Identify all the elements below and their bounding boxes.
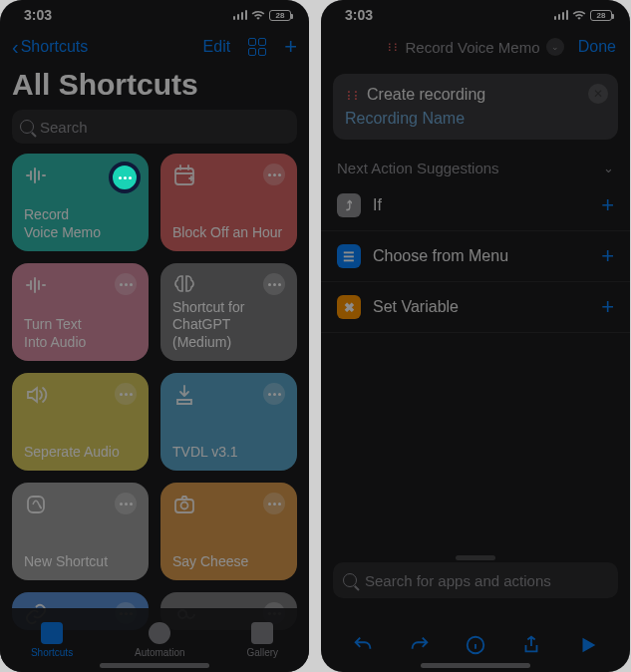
tab-shortcuts[interactable]: Shortcuts [31,622,73,658]
home-indicator[interactable] [100,663,209,668]
tab-label: Gallery [246,647,278,658]
tab-label: Shortcuts [31,647,73,658]
tab-automation[interactable]: Automation [135,622,185,658]
row-label: Set Variable [373,298,459,316]
shortcut-title-button[interactable]: ⫶⫶ Record Voice Memo ⌄ [387,38,563,56]
camera-icon [172,493,196,516]
tab-label: Automation [135,647,185,658]
action-card[interactable]: ⫶⫶ Create recording Recording Name ✕ [333,74,618,140]
tile-label: TVDL v3.1 [172,444,285,462]
back-button[interactable]: ‹ Shortcuts [12,37,88,57]
wifi-icon [251,8,265,23]
svg-point-3 [181,503,188,509]
suggestion-row[interactable]: ⤴ If + [321,180,630,231]
more-button[interactable] [263,164,285,185]
status-time: 3:03 [345,7,373,23]
brain-icon [172,273,196,297]
tile-label: New Shortcut [24,553,137,571]
tile-label: Shortcut for ChatGPT (Medium) [172,299,285,352]
redo-button[interactable] [407,632,433,658]
tile-label: Turn Text Into Audio [24,316,137,351]
add-suggestion-button[interactable]: + [601,294,614,320]
tile-label: Seperate Audio [24,444,137,462]
run-button[interactable] [575,632,601,658]
phone-right: 3:03 28 ⫶⫶ Record Voice Memo ⌄ Done ⫶⫶ C… [321,0,630,672]
remove-action-button[interactable]: ✕ [588,84,608,104]
shortcut-tile[interactable]: Block Off an Hour [160,154,297,251]
row-label: Choose from Menu [373,247,508,265]
search-icon [343,573,357,587]
shortcut-tile[interactable]: Record Voice Memo [12,154,149,251]
shortcut-tile[interactable]: TVDL v3.1 [160,373,297,471]
more-button[interactable] [263,273,285,295]
back-label: Shortcuts [21,38,89,56]
automation-icon [149,622,170,644]
menu-icon: ☰ [337,244,361,268]
home-indicator[interactable] [421,663,530,668]
search-icon [20,120,34,134]
page-title: All Shortcuts [0,64,309,110]
shortcut-tile[interactable]: Say Cheese [160,483,297,580]
grid-view-icon[interactable] [248,38,266,56]
action-parameter[interactable]: Recording Name [345,110,465,128]
share-button[interactable] [518,632,544,658]
add-shortcut-button[interactable]: + [284,36,297,58]
info-button[interactable] [463,632,488,658]
edit-button[interactable]: Edit [203,38,231,56]
section-title: Next Action Suggestions [337,160,499,176]
more-button[interactable] [263,493,285,514]
action-label: Create recording [367,86,485,104]
shortcut-title: Record Voice Memo [405,39,539,56]
calendar-plus-icon [172,164,196,187]
waveform-icon: ⫶⫶ [387,40,399,54]
status-time: 3:03 [24,7,52,23]
signal-icon [554,10,569,20]
add-suggestion-button[interactable]: + [601,243,614,269]
speaker-icon [24,383,48,407]
shortcut-tile[interactable]: Shortcut for ChatGPT (Medium) [160,263,297,361]
editor-toolbar [321,632,630,658]
shortcut-tile[interactable]: New Shortcut [12,483,149,580]
battery-icon: 28 [590,10,612,21]
more-button[interactable] [115,273,137,295]
add-suggestion-button[interactable]: + [601,192,614,218]
gallery-icon [251,622,273,644]
row-label: If [373,196,382,214]
status-bar: 3:03 28 [321,0,630,30]
undo-button[interactable] [350,632,376,658]
shortcut-tile[interactable]: Turn Text Into Audio [12,263,149,361]
phone-left: 3:03 28 ‹ Shortcuts Edit + All Shortcuts… [0,0,309,672]
waveform-icon [24,164,48,187]
shortcuts-icon [41,622,63,644]
search-placeholder: Search for apps and actions [365,572,551,589]
wifi-icon [572,8,586,23]
done-button[interactable]: Done [578,38,616,56]
status-bar: 3:03 28 [0,0,309,30]
if-icon: ⤴ [337,193,361,217]
variable-icon: ✖ [337,295,361,319]
action-search-input[interactable]: Search for apps and actions [333,562,618,598]
suggestion-row[interactable]: ☰ Choose from Menu + [321,231,630,282]
suggestions-header[interactable]: Next Action Suggestions ⌄ [321,154,630,180]
status-right: 28 [554,8,613,23]
app-icon [24,493,48,516]
drag-handle[interactable] [456,555,495,560]
shortcut-grid: Record Voice Memo Block Off an Hour Turn… [0,154,309,630]
more-button[interactable] [263,383,285,405]
signal-icon [233,10,248,20]
tile-label: Record Voice Memo [24,206,137,241]
more-button[interactable] [115,383,137,405]
search-input[interactable]: Search [12,110,297,144]
chevron-down-icon: ⌄ [546,38,564,56]
more-button[interactable] [115,493,137,514]
tab-gallery[interactable]: Gallery [246,622,278,658]
download-icon [172,383,196,407]
svg-rect-1 [28,497,44,512]
shortcut-tile[interactable]: Seperate Audio [12,373,149,471]
tile-label: Say Cheese [172,553,285,571]
suggestion-row[interactable]: ✖ Set Variable + [321,282,630,333]
search-placeholder: Search [40,119,88,136]
chevron-left-icon: ‹ [12,37,19,57]
nav-bar: ‹ Shortcuts Edit + [0,30,309,64]
tile-label: Block Off an Hour [172,224,285,242]
